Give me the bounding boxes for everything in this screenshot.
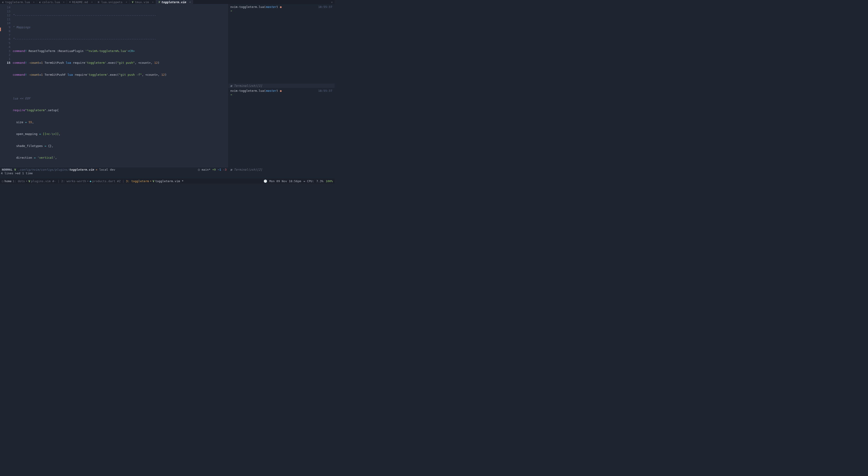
code-text: !	[25, 73, 27, 76]
tmux-window-3[interactable]: 3: toggleterm	[126, 180, 149, 183]
tmux-window-2[interactable]: 2: works-worth	[61, 180, 86, 183]
line-number: 2	[1, 53, 10, 57]
line-number: 9	[1, 25, 10, 29]
tab-toggleterm-vim[interactable]: V toggleterm.vim ×	[156, 0, 193, 4]
line-number: 13	[1, 9, 10, 13]
tools-icon: ✕	[96, 168, 97, 171]
code-text: 12	[154, 61, 158, 64]
vim-icon: V	[14, 168, 16, 171]
code-text: =	[44, 144, 48, 148]
code-text: command	[13, 73, 25, 76]
vim-icon: V	[153, 180, 154, 183]
line-number: 11	[1, 18, 10, 22]
code-text: )	[165, 73, 166, 76]
tab-tmux-vim[interactable]: V tmux.vim ×	[130, 0, 156, 4]
vim-mode: NORMAL	[2, 168, 12, 171]
session-icon: ◻	[2, 180, 4, 183]
line-number-gutter: 14 13 12 11 10 9 8 7 6 5 4 3 2 1 15	[1, 4, 13, 167]
code-text: )	[158, 61, 160, 64]
battery-level: 100%	[326, 180, 333, 183]
close-icon[interactable]: ×	[189, 1, 191, 4]
code-area[interactable]: "---------------------------------------…	[13, 4, 228, 167]
close-icon[interactable]: ×	[91, 1, 93, 4]
message-line: 4 lines >ed 1 time	[0, 171, 335, 176]
terminal-1-title: ▣ Terminal(zsh)[1]	[228, 84, 335, 88]
dart-icon: ◆	[90, 180, 91, 183]
code-text: !	[25, 61, 27, 64]
markdown-icon: ♦	[69, 1, 71, 4]
code-text: , <count>,	[142, 73, 161, 76]
line-number: 14	[1, 5, 10, 9]
terminal-branch: master	[266, 89, 276, 92]
github-icon: ◯	[198, 168, 200, 171]
code-text: "git push"	[117, 61, 135, 64]
code-text: " Mappings	[13, 26, 30, 29]
code-text: require	[73, 73, 87, 76]
line-number: 8	[1, 29, 10, 33]
close-all-icon[interactable]: ×	[331, 0, 335, 4]
window-index: 1:	[12, 180, 16, 183]
file-name: toggleterm.vim	[69, 168, 94, 171]
vim-icon: V	[132, 1, 133, 4]
line-number: 12	[1, 13, 10, 18]
current-line-number: 15	[1, 61, 10, 65]
line-number: 7	[1, 33, 10, 37]
tab-readme-md[interactable]: ♦ README.md ×	[67, 0, 95, 4]
close-icon[interactable]: ×	[152, 1, 154, 4]
dot-icon: •	[26, 180, 28, 183]
code-text: "git push -f"	[119, 73, 142, 76]
code-text: ,	[32, 121, 34, 124]
code-text: .exec(	[106, 61, 117, 64]
terminal-time: 18:55:37	[318, 5, 332, 9]
line-number: 6	[1, 37, 10, 41]
tab-label: README.md	[72, 0, 88, 4]
line-number: 4	[1, 45, 10, 49]
code-text: ,	[55, 156, 57, 159]
code-text: , <count>,	[135, 61, 154, 64]
editor-pane[interactable]: 14 13 12 11 10 9 8 7 6 5 4 3 2 1 15 "---…	[0, 4, 228, 167]
close-icon[interactable]: ×	[126, 1, 127, 4]
dirty-indicator-icon: ●	[280, 5, 282, 8]
terminal-time: 18:55:37	[318, 89, 332, 93]
window-index: 3:	[126, 180, 129, 183]
terminal-title-text: Terminal(zsh)[2]	[234, 168, 262, 171]
terminal-pane-1[interactable]: nvim-toggleterm.lua(master) ● 18:55:37 →	[228, 4, 335, 84]
code-text: =	[34, 156, 37, 159]
terminal-split: nvim-toggleterm.lua(master) ● 18:55:37 →…	[228, 4, 335, 167]
prompt-arrow-icon: →	[230, 93, 232, 96]
file-icon: 🗎	[97, 1, 100, 4]
close-icon[interactable]: ×	[63, 1, 65, 4]
file-path: .config/nvim/configs/plugins/	[18, 168, 69, 171]
code-text: command	[13, 61, 25, 64]
separator: |	[58, 180, 59, 183]
code-text: ResetToggleTerm :ResetLuaPlugin	[27, 49, 85, 53]
code-text: -count	[27, 73, 39, 76]
tab-lua-snippets[interactable]: 🗎 lua.snippets ×	[95, 0, 130, 4]
terminal-branch: master	[266, 5, 276, 8]
code-text: ,	[59, 132, 61, 136]
line-number: 3	[1, 49, 10, 53]
cpu-label: = CPU:	[303, 180, 314, 183]
code-text: !	[25, 49, 27, 53]
tab-toggleterm-lua[interactable]: ◐ toggleterm.lua ×	[0, 0, 37, 4]
tmux-window-1[interactable]: 1: dots	[12, 180, 25, 183]
prompt-arrow-icon: →	[230, 9, 232, 12]
line-number: 5	[1, 41, 10, 45]
code-text: 1	[41, 73, 43, 76]
code-text: 12	[161, 73, 165, 76]
window-name: toggleterm	[131, 180, 149, 183]
tmux-statusbar: ◻ home 1: dots • V plugins.vim #- | 2: w…	[0, 179, 335, 184]
terminal-pane-2[interactable]: nvim-toggleterm.lua(master) ● 18:55:37 →	[228, 88, 335, 167]
tmux-session-name[interactable]: home	[4, 180, 11, 183]
code-text: "toggleterm"	[25, 108, 46, 112]
code-text: shade_filetypes	[13, 144, 44, 148]
code-text: .setup{	[46, 108, 59, 112]
code-text: <CR>	[128, 49, 135, 53]
git-deletions: -3	[223, 168, 226, 171]
tab-colors-lua[interactable]: ◐ colors.lua ×	[37, 0, 67, 4]
code-text: 'toggleterm'	[87, 73, 108, 76]
close-icon[interactable]: ×	[33, 1, 35, 4]
code-text: TermGitPushF	[43, 73, 68, 76]
window-file: products.dart #Z	[92, 180, 121, 183]
code-text: 'toggleterm'	[85, 61, 106, 64]
